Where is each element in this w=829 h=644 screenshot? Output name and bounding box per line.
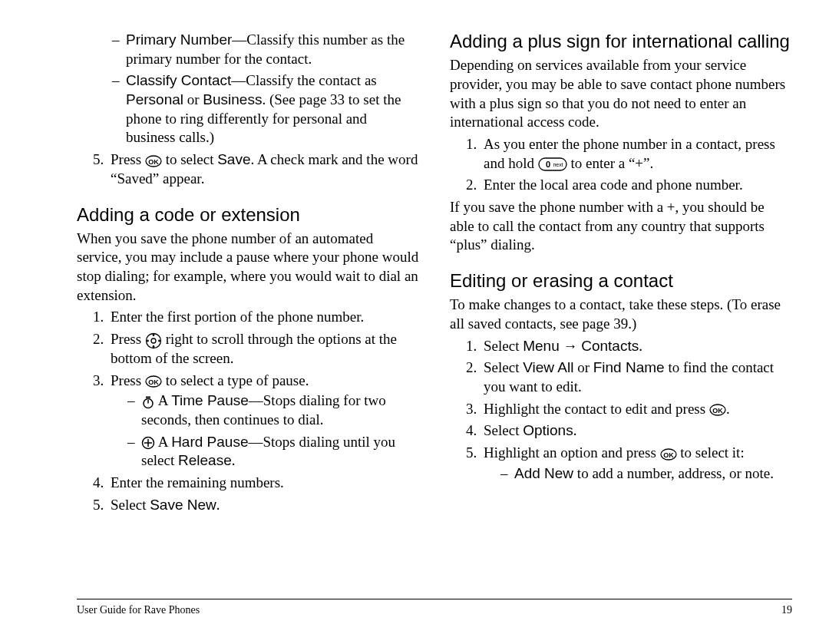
svg-text:OK: OK — [148, 378, 159, 386]
ok-icon: OK — [660, 448, 677, 461]
para: Depending on services available from you… — [450, 56, 792, 132]
footer-left: User Guide for Rave Phones — [77, 604, 200, 616]
step-item: Enter the local area code and phone numb… — [481, 176, 792, 195]
dash-item: Primary Number—Classify this number as t… — [112, 31, 419, 68]
para: If you save the phone number with a +, y… — [450, 198, 792, 255]
svg-text:OK: OK — [663, 451, 674, 458]
heading-edit-erase: Editing or erasing a contact — [450, 269, 792, 292]
svg-point-3 — [151, 339, 156, 343]
para: When you save the phone number of an aut… — [77, 230, 419, 305]
svg-point-5 — [152, 345, 154, 348]
dash-item: Classify Contact—Classify the contact as… — [112, 71, 419, 147]
svg-text:0: 0 — [546, 160, 550, 169]
step-item: Highlight the contact to edit and press … — [481, 400, 792, 419]
step-item: Select Save New. — [107, 496, 419, 515]
footer-right: 19 — [781, 604, 792, 616]
step-item: Enter the remaining numbers. — [107, 474, 419, 493]
step-item: Select View All or Find Name to find the… — [481, 358, 792, 396]
step-item: Select Menu → Contacts. — [481, 337, 792, 356]
timer-icon — [141, 395, 155, 409]
ok-icon: OK — [145, 155, 162, 167]
step-item: Enter the first portion of the phone num… — [107, 308, 419, 327]
ok-icon: OK — [145, 375, 162, 388]
step-item: Press OK to select a type of pause. A Ti… — [107, 372, 419, 471]
step-item: Select Options. — [481, 421, 792, 441]
step-item: Press right to scroll through the option… — [107, 330, 419, 368]
svg-text:next: next — [553, 162, 563, 167]
dash-item: Add New to add a number, address, or not… — [500, 464, 792, 484]
svg-text:OK: OK — [712, 407, 723, 414]
para: To make changes to a contact, take these… — [450, 296, 792, 333]
heading-code-extension: Adding a code or extension — [77, 203, 419, 226]
svg-point-4 — [152, 334, 154, 336]
heading-plus-sign: Adding a plus sign for international cal… — [450, 29, 792, 53]
dash-item: A Hard Pause—Stops dialing until you sel… — [127, 433, 419, 471]
svg-rect-12 — [146, 396, 150, 398]
step-item: Press OK to select Save. A check mark an… — [107, 150, 419, 188]
step-item: Highlight an option and press OK to sele… — [481, 444, 792, 483]
hard-pause-icon — [141, 436, 155, 450]
svg-point-6 — [147, 339, 149, 342]
step-item: As you enter the phone number in a conta… — [481, 135, 792, 173]
nav-icon — [145, 332, 162, 349]
ok-icon: OK — [709, 404, 726, 416]
svg-point-7 — [158, 339, 160, 342]
dash-item: A Time Pause—Stops dialing for two secon… — [127, 391, 419, 429]
svg-text:OK: OK — [148, 157, 159, 165]
zero-key-icon: 0next — [538, 157, 567, 171]
